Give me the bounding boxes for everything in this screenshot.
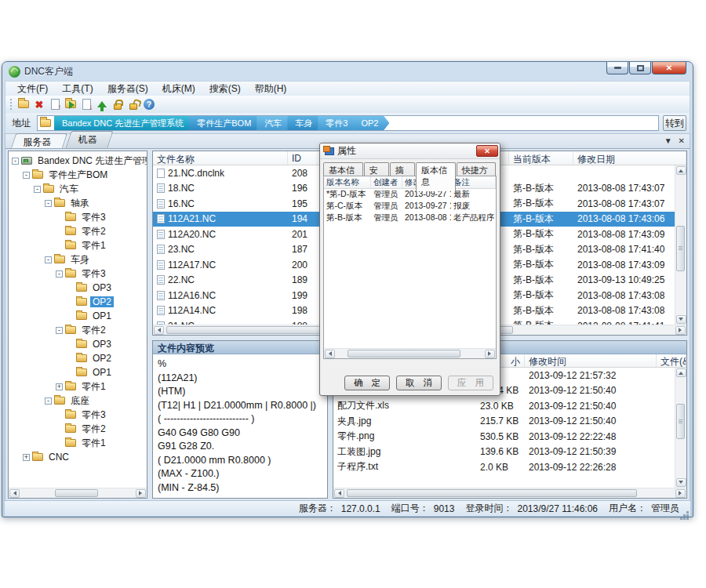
column-header-version[interactable]: 当前版本: [509, 151, 573, 165]
new-folder-button[interactable]: [16, 97, 31, 112]
tree-item[interactable]: -车身: [9, 252, 147, 267]
tree-item[interactable]: 零件2: [9, 224, 147, 238]
tree-item[interactable]: -零件生产BOM: [9, 168, 147, 182]
scroll-thumb[interactable]: [55, 489, 98, 497]
tree-item[interactable]: -底座: [9, 394, 147, 408]
collapse-icon[interactable]: -: [34, 186, 41, 193]
dialog-title-bar[interactable]: 属性 ✕: [320, 143, 500, 159]
collapse-icon[interactable]: -: [12, 158, 19, 165]
tree-item[interactable]: 零件3: [9, 210, 147, 224]
version-row[interactable]: 第-C-版本管理员2013-09-27 14:...报废: [324, 201, 496, 212]
help-button[interactable]: ?: [141, 97, 157, 112]
delete-button[interactable]: ✖: [31, 97, 47, 112]
tree-item[interactable]: OP1: [9, 309, 147, 323]
ok-button[interactable]: 确 定: [344, 376, 390, 390]
menu-tools[interactable]: 工具(T): [55, 82, 100, 96]
tree-item-selected[interactable]: OP2: [9, 295, 147, 309]
version-row[interactable]: *第-D-版本管理员2013-09-27 14:...最新: [324, 189, 496, 201]
tree-item[interactable]: 零件1: [9, 436, 147, 450]
menu-machine[interactable]: 机床(M): [155, 82, 202, 96]
scroll-down-icon[interactable]: [676, 315, 686, 324]
tree-item[interactable]: -汽车: [9, 182, 147, 196]
title-bar[interactable]: DNC客户端 ✕: [2, 62, 693, 81]
collapse-icon[interactable]: -: [45, 200, 52, 207]
tab-machine[interactable]: 机器: [65, 131, 113, 148]
attachment-row[interactable]: 夹具.jpg215.7 KB2013-09-12 21:50:40: [333, 414, 686, 430]
column-header-version-name[interactable]: 版本名称: [324, 176, 371, 188]
attachments-horizontal-scrollbar[interactable]: [333, 488, 686, 498]
tree-item[interactable]: -零件2: [9, 323, 147, 337]
dialog-close-button[interactable]: ✕: [476, 145, 498, 157]
check-out-button[interactable]: ↓: [78, 97, 94, 112]
close-button[interactable]: ✕: [652, 62, 686, 74]
scroll-thumb[interactable]: [348, 350, 460, 358]
file-list-vertical-scrollbar[interactable]: [675, 165, 686, 325]
open-folder-button[interactable]: [63, 97, 78, 112]
tree-item[interactable]: +零件1: [9, 379, 147, 394]
attachment-row[interactable]: 子程序.txt2.0 KB2013-09-12 22:26:28: [333, 459, 686, 475]
tree-item[interactable]: 零件2: [9, 422, 147, 436]
scroll-left-icon[interactable]: [9, 489, 20, 498]
breadcrumb[interactable]: Bandex DNC 先进生产管理系统 零件生产BOM 汽车 车身 零件3 OP…: [37, 115, 659, 131]
scroll-thumb[interactable]: [676, 226, 685, 271]
scroll-thumb[interactable]: [676, 404, 685, 439]
version-row[interactable]: 第-B-版本管理员2013-08-08 17:...老产品程序: [324, 212, 496, 224]
cancel-button[interactable]: 取 消: [396, 376, 442, 390]
column-header-mtime[interactable]: 修改时间: [525, 354, 657, 367]
column-header-note[interactable]: 备注: [451, 176, 496, 188]
column-header-file[interactable]: 文件(&: [657, 354, 686, 367]
tree-item[interactable]: OP1: [9, 365, 147, 379]
tab-version-info[interactable]: 版本信息: [416, 162, 456, 191]
collapse-icon[interactable]: -: [45, 397, 52, 405]
toolbar-grip[interactable]: [10, 99, 13, 110]
attachments-vertical-scrollbar[interactable]: [675, 368, 686, 488]
unlock-button[interactable]: [126, 97, 141, 112]
scroll-thumb[interactable]: [347, 489, 637, 497]
tree-item[interactable]: -Bandex DNC 先进生产管理系统: [9, 154, 147, 168]
column-header-date[interactable]: 修改日期: [573, 151, 686, 165]
breadcrumb-bom[interactable]: 零件生产BOM: [189, 115, 262, 131]
tree-item[interactable]: 零件3: [9, 408, 147, 422]
collapse-icon[interactable]: -: [56, 327, 63, 334]
collapse-icon[interactable]: -: [23, 172, 30, 179]
tree-item[interactable]: -轴承: [9, 196, 147, 210]
go-button[interactable]: 转到: [663, 115, 686, 131]
scroll-right-icon[interactable]: [485, 350, 495, 358]
expand-icon[interactable]: +: [23, 454, 30, 461]
column-header-creator[interactable]: 创建者: [371, 176, 402, 188]
tree-item[interactable]: +CNC: [9, 450, 147, 464]
menu-help[interactable]: 帮助(H): [248, 82, 294, 96]
check-in-button[interactable]: ↑: [47, 97, 63, 112]
scroll-left-icon[interactable]: [154, 326, 164, 335]
collapse-icon[interactable]: -: [56, 270, 63, 278]
tree-item[interactable]: OP3: [9, 281, 147, 295]
tree-item[interactable]: OP2: [9, 351, 147, 365]
expand-icon[interactable]: +: [56, 383, 63, 390]
scroll-up-icon[interactable]: [676, 166, 686, 175]
resize-grip[interactable]: [686, 511, 689, 514]
scroll-down-icon[interactable]: [676, 478, 686, 487]
tab-dropdown-icon[interactable]: ▼: [664, 136, 672, 145]
menu-server[interactable]: 服务器(S): [100, 82, 155, 96]
collapse-icon[interactable]: -: [45, 256, 52, 263]
attachment-row[interactable]: 工装图.jpg139.6 KB2013-09-12 21:50:39: [333, 445, 686, 460]
breadcrumb-root[interactable]: Bandex DNC 先进生产管理系统: [54, 115, 195, 131]
breadcrumb-part3[interactable]: 零件3: [318, 115, 358, 131]
scroll-right-icon[interactable]: [675, 489, 686, 498]
tab-close-icon[interactable]: ✕: [679, 136, 685, 145]
tree-horizontal-scrollbar[interactable]: [9, 488, 147, 498]
scroll-left-icon[interactable]: [334, 489, 344, 498]
column-header-name[interactable]: 文件名称: [153, 151, 288, 165]
maximize-button[interactable]: [629, 62, 651, 74]
tree-item[interactable]: OP3: [9, 337, 147, 351]
tab-server[interactable]: 服务器: [11, 133, 67, 148]
breadcrumb-op2[interactable]: OP2: [353, 115, 389, 131]
menu-search[interactable]: 搜索(S): [202, 82, 248, 96]
tree-item[interactable]: 零件1: [9, 238, 147, 252]
attachment-row[interactable]: 配刀文件.xls23.0 KB2013-09-12 21:50:40: [333, 398, 686, 414]
attachment-row[interactable]: 零件.png530.5 KB2013-09-12 22:22:48: [333, 429, 686, 445]
lock-button[interactable]: [110, 97, 126, 112]
scroll-left-icon[interactable]: [325, 350, 335, 358]
menu-file[interactable]: 文件(F): [10, 82, 55, 96]
scroll-right-icon[interactable]: [136, 489, 146, 498]
